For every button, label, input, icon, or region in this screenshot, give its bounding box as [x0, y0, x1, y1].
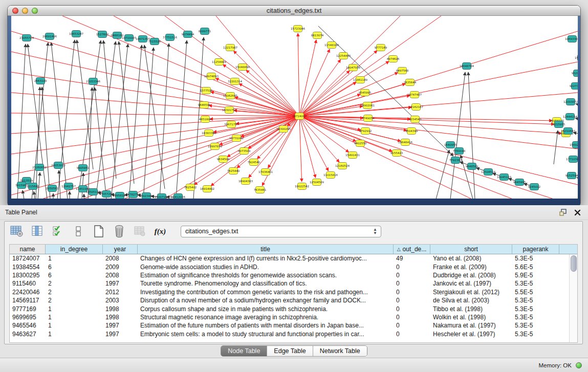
graph-node[interactable]: 9504399 [405, 128, 418, 135]
graph-node[interactable]: 7749059 [362, 115, 375, 122]
graph-node[interactable]: 11015816 [323, 172, 338, 179]
graph-node[interactable]: 9648509 [466, 163, 478, 170]
graph-node[interactable]: 12217987 [223, 45, 237, 51]
function-builder-icon[interactable]: f(x) [153, 225, 167, 238]
table-row[interactable]: 1830029562008Estimation of significance … [10, 271, 577, 279]
graph-node[interactable]: 15491431 [345, 152, 360, 159]
table-scrollbar[interactable] [569, 254, 577, 342]
table-settings-icon[interactable] [10, 225, 24, 238]
graph-node[interactable]: 20053812 [51, 162, 66, 169]
graph-node[interactable]: 8813074 [311, 32, 324, 39]
graph-node[interactable]: 9329966 [572, 70, 578, 77]
float-panel-icon[interactable] [559, 209, 567, 216]
graph-node[interactable]: 9155423 [390, 150, 403, 157]
graph-node[interactable]: 10047936 [346, 64, 360, 71]
zoom-window-icon[interactable] [32, 8, 38, 14]
graph-node[interactable]: 12254493 [336, 53, 351, 59]
graph-node[interactable]: 2050581 [46, 185, 59, 192]
graph-node[interactable]: 12504518 [481, 169, 495, 176]
network-graph[interactable]: 1872400712217987112544091097469313775169… [11, 16, 578, 199]
graph-node[interactable]: 10747487 [407, 92, 422, 98]
scrollbar-thumb[interactable] [571, 255, 577, 272]
graph-node[interactable]: 9792912 [359, 128, 372, 135]
delete-table-icon[interactable] [112, 225, 126, 238]
graph-node[interactable]: 10719165 [122, 35, 136, 41]
graph-node[interactable]: 7769198 [453, 148, 466, 155]
graph-node[interactable]: 7515526 [148, 38, 161, 45]
graph-node[interactable]: 15751074 [575, 55, 578, 61]
graph-node[interactable]: 10045123 [497, 174, 511, 181]
table-row[interactable]: 911546021997Tourette syndrome. Phenomeno… [10, 279, 577, 288]
column-header-short[interactable]: short [430, 245, 512, 254]
table-row[interactable]: 946554611997Estimation of the future num… [10, 321, 577, 330]
graph-node[interactable]: 11548108 [324, 42, 339, 49]
graph-node[interactable]: 7924540 [248, 159, 260, 166]
graph-node[interactable]: 17710345 [566, 156, 578, 163]
table-row[interactable]: 2242004622012Investigating the contribut… [10, 288, 577, 296]
column-header-in_degree[interactable]: in_degree [46, 245, 103, 254]
graph-node[interactable]: 12162167 [409, 104, 423, 111]
graph-node[interactable]: 15723046 [291, 26, 305, 32]
graph-node[interactable]: 18301751 [222, 107, 236, 114]
graph-node[interactable]: 1640955 [444, 142, 457, 148]
table-row[interactable]: 969969511998Structural magnetic resonanc… [10, 313, 577, 321]
graph-node[interactable]: 9245012 [528, 184, 541, 190]
minimize-window-icon[interactable] [22, 8, 28, 14]
import-table-icon[interactable] [133, 225, 147, 238]
graph-node[interactable]: 12504509 [310, 179, 324, 186]
graph-node[interactable]: 10022542 [295, 183, 309, 190]
graph-node[interactable]: 10902061 [360, 102, 375, 109]
graph-node[interactable]: 16904383 [238, 178, 253, 185]
graph-node[interactable]: 1527602 [96, 31, 109, 38]
graph-node[interactable]: 9845995 [513, 179, 526, 186]
row-height-icon[interactable] [71, 225, 85, 238]
graph-node[interactable]: 8099771 [199, 28, 211, 35]
graph-node[interactable]: 9905951 [77, 165, 90, 171]
column-header-pagerank[interactable]: pagerank [512, 245, 559, 254]
graph-node[interactable]: 8497568 [396, 68, 409, 74]
graph-node[interactable]: 4974626 [387, 56, 400, 62]
graph-node[interactable]: 9227349 [570, 83, 578, 90]
select-columns-icon[interactable] [51, 225, 65, 238]
graph-node[interactable]: 10646416 [398, 139, 412, 146]
graph-node[interactable]: 32201314 [228, 78, 242, 85]
graph-node[interactable]: 20691406 [42, 33, 57, 40]
column-header-out_de[interactable]: △out_de... [394, 245, 430, 254]
table-row[interactable]: 1938455462009Genome-wide association stu… [10, 262, 577, 271]
table-select-dropdown[interactable]: citations_edges.txt ▲▼ [181, 226, 381, 237]
graph-node[interactable]: 12923446 [139, 193, 154, 199]
graph-node[interactable]: 12412026 [171, 194, 185, 199]
tab-network-table[interactable]: Network Table [313, 346, 367, 356]
graph-node[interactable]: 10693385 [565, 36, 578, 42]
graph-node[interactable]: 1377516 [200, 87, 213, 94]
new-table-icon[interactable] [92, 225, 106, 238]
graph-node[interactable]: 9152594 [565, 172, 578, 179]
table-row[interactable]: 946362711997Embryonic stem cells: a mode… [10, 330, 577, 338]
graph-node[interactable]: 1115688 [27, 183, 39, 190]
graph-node[interactable]: 7792363 [449, 157, 462, 164]
graph-node[interactable]: 9073509 [238, 148, 251, 155]
graph-node[interactable]: 10997870 [208, 143, 222, 150]
graph-node[interactable]: 23055724 [19, 35, 34, 41]
graph-node[interactable]: 9154543 [409, 116, 422, 123]
column-header-year[interactable]: year [103, 245, 138, 254]
show-columns-icon[interactable] [30, 225, 45, 238]
graph-node[interactable]: 37751516 [163, 34, 177, 41]
graph-node[interactable]: 12160524 [335, 163, 350, 169]
table-row[interactable]: 977716911998Corpus callosum shape and si… [10, 304, 577, 313]
graph-node[interactable]: 7625402 [184, 184, 197, 191]
close-window-icon[interactable] [12, 8, 18, 14]
graph-node[interactable]: 7635461 [254, 187, 267, 193]
network-canvas[interactable]: 1872400712217987112544091097469313775169… [11, 16, 578, 199]
graph-node[interactable]: 15692971 [570, 142, 578, 148]
close-panel-icon[interactable] [574, 209, 581, 216]
graph-node[interactable]: 12093872 [563, 99, 578, 105]
window-titlebar[interactable]: citations_edges.txt [8, 6, 580, 16]
graph-node[interactable]: 30671757 [224, 121, 238, 128]
graph-node[interactable]: 10653247 [69, 31, 83, 37]
tab-edge-table[interactable]: Edge Table [267, 346, 313, 356]
graph-node[interactable]: 9777169 [375, 45, 387, 51]
graph-node[interactable]: 2635644 [404, 79, 417, 86]
table-row[interactable]: 1456911722003Disruption of a novel membe… [10, 296, 577, 304]
column-header-name[interactable]: name [10, 245, 46, 254]
